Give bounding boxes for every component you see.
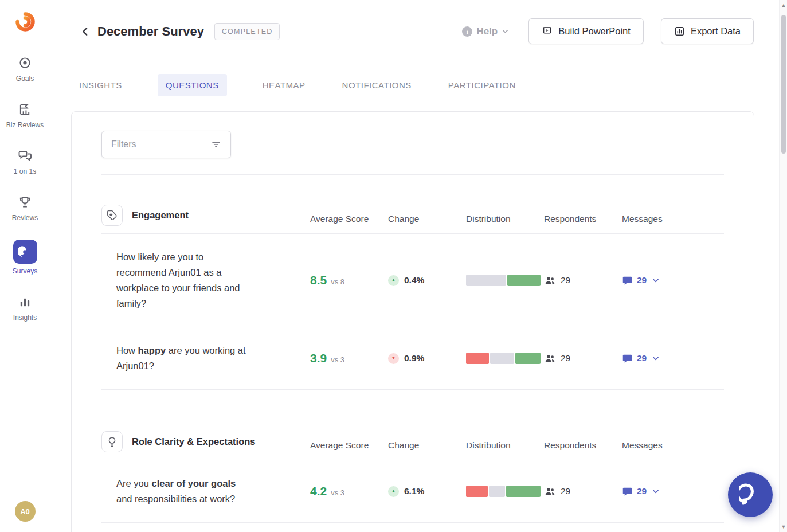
- help-menu[interactable]: i Help: [462, 26, 509, 37]
- col-distribution: Distribution: [466, 214, 544, 226]
- sidebar-item-label: Goals: [16, 75, 34, 83]
- export-data-label: Export Data: [691, 26, 741, 37]
- tab-participation[interactable]: PARTICIPATION: [447, 74, 517, 96]
- tab-heatmap[interactable]: HEATMAP: [261, 74, 307, 96]
- surveys-chat-icon: [13, 240, 37, 264]
- brand-knot-icon: [14, 10, 37, 33]
- sidebar-item-label: 1 on 1s: [14, 167, 36, 176]
- distribution-segment: [515, 353, 541, 364]
- goals-target-icon: [13, 54, 37, 71]
- people-icon: [544, 353, 556, 365]
- section-title: Engagement: [132, 210, 189, 221]
- tab-questions[interactable]: QUESTIONS: [158, 74, 227, 96]
- scroll-down-arrow[interactable]: ▼: [780, 524, 787, 530]
- average-score: 3.9 vs 3: [310, 351, 388, 365]
- survey-header: December Survey COMPLETED i Help Build P…: [50, 0, 779, 44]
- section-title: Role Clarity & Expectations: [132, 436, 255, 447]
- sidebar-item-reviews[interactable]: Reviews: [1, 193, 49, 222]
- chat-bubble-icon: [739, 483, 762, 506]
- sidebar-item-biz-reviews[interactable]: Biz Reviews: [1, 100, 49, 130]
- chevron-down-icon: [502, 28, 509, 35]
- question-row: Are you clear of your goals and responsi…: [101, 460, 724, 523]
- question-text: Are you clear of your goals and responsi…: [101, 476, 310, 507]
- people-icon: [544, 486, 556, 498]
- role-clarity-lightbulb-icon: [101, 431, 123, 452]
- messages[interactable]: 29: [622, 486, 724, 497]
- trend-down-icon: ▼: [388, 353, 399, 364]
- respondents: 29: [544, 353, 622, 365]
- distribution-segment: [466, 486, 488, 497]
- user-avatar[interactable]: A0: [15, 501, 36, 522]
- section-header-row: Engagement Average Score Change Distribu…: [101, 205, 724, 234]
- message-bubble-icon: [622, 275, 633, 286]
- chat-fab[interactable]: [728, 472, 773, 517]
- sidebar-item-label: Surveys: [13, 267, 37, 276]
- message-bubble-icon: [622, 353, 633, 364]
- average-score: 8.5 vs 8: [310, 273, 388, 287]
- main-area: December Survey COMPLETED i Help Build P…: [50, 0, 787, 532]
- distribution-bar: [466, 275, 541, 286]
- back-button[interactable]: [78, 24, 93, 39]
- messages[interactable]: 29: [622, 353, 724, 364]
- page-title: December Survey: [97, 24, 204, 39]
- col-respondents: Respondents: [544, 214, 622, 226]
- messages[interactable]: 29: [622, 275, 724, 286]
- expand-messages-chevron[interactable]: [652, 276, 660, 284]
- respondents: 29: [544, 486, 622, 498]
- col-messages: Messages: [622, 214, 724, 226]
- app-root: Goals Biz Reviews 1 on 1s: [0, 0, 787, 532]
- col-distribution: Distribution: [466, 440, 544, 452]
- sidebar-item-one-on-ones[interactable]: 1 on 1s: [1, 147, 49, 176]
- sidebar-item-label: Insights: [13, 314, 37, 322]
- distribution-segment: [490, 353, 514, 364]
- sidebar-item-insights[interactable]: Insights: [1, 293, 49, 322]
- col-messages: Messages: [622, 440, 724, 452]
- tab-insights[interactable]: INSIGHTS: [78, 74, 123, 96]
- col-respondents: Respondents: [544, 440, 622, 452]
- sidebar-item-surveys[interactable]: Surveys: [1, 240, 49, 276]
- expand-messages-chevron[interactable]: [652, 354, 660, 362]
- scroll-up-arrow[interactable]: ▲: [780, 2, 787, 8]
- help-label: Help: [476, 26, 498, 37]
- section-role-clarity: Role Clarity & Expectations Average Scor…: [101, 431, 724, 523]
- app-logo[interactable]: [13, 9, 38, 34]
- average-score: 4.2 vs 3: [310, 484, 388, 498]
- section-header-row: Role Clarity & Expectations Average Scor…: [101, 431, 724, 460]
- sidebar: Goals Biz Reviews 1 on 1s: [0, 0, 50, 532]
- col-average-score: Average Score: [310, 440, 388, 452]
- build-powerpoint-button[interactable]: Build PowerPoint: [528, 18, 644, 44]
- distribution-segment: [507, 275, 541, 286]
- one-on-ones-chat-icon: [13, 147, 37, 164]
- col-change: Change: [388, 214, 466, 226]
- export-data-button[interactable]: Export Data: [661, 18, 754, 44]
- filters-input-box[interactable]: [101, 131, 231, 158]
- distribution-segment: [489, 486, 505, 497]
- filters-input[interactable]: [111, 139, 211, 150]
- biz-reviews-icon: [13, 100, 37, 118]
- tab-notifications[interactable]: NOTIFICATIONS: [341, 74, 413, 96]
- filter-funnel-icon: [211, 139, 221, 150]
- change: ▲ 0.4%: [388, 275, 466, 286]
- chevron-left-icon: [79, 25, 92, 38]
- questions-card: Engagement Average Score Change Distribu…: [71, 111, 754, 532]
- col-average-score: Average Score: [310, 214, 388, 226]
- info-icon: i: [462, 26, 472, 37]
- status-badge: COMPLETED: [214, 23, 280, 40]
- question-row: How likely are you to recommend Arjun01 …: [101, 234, 724, 327]
- distribution-bar: [466, 486, 541, 497]
- build-powerpoint-label: Build PowerPoint: [558, 26, 631, 37]
- reviews-trophy-icon: [13, 193, 37, 210]
- respondents: 29: [544, 275, 622, 287]
- col-change: Change: [388, 440, 466, 452]
- vertical-scrollbar[interactable]: ▲ ▼: [779, 0, 787, 532]
- change: ▼ 0.9%: [388, 353, 466, 364]
- expand-messages-chevron[interactable]: [652, 487, 660, 495]
- engagement-tag-heart-icon: [101, 205, 123, 226]
- export-chart-icon: [674, 26, 685, 37]
- people-icon: [544, 275, 556, 287]
- sidebar-item-goals[interactable]: Goals: [1, 54, 49, 83]
- message-bubble-icon: [622, 486, 633, 497]
- change: ▲ 6.1%: [388, 486, 466, 497]
- insights-bars-icon: [13, 293, 37, 310]
- scrollbar-thumb[interactable]: [781, 15, 786, 154]
